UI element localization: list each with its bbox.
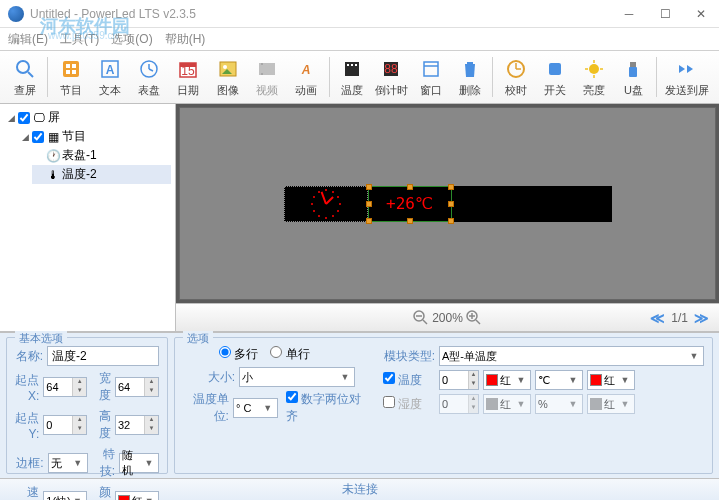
program-checkbox[interactable] (32, 131, 44, 143)
temp-offset-spinner[interactable]: ▲▼ (439, 370, 479, 390)
svg-text:A: A (106, 63, 115, 77)
align-digits-checkbox[interactable]: 数字两位对齐 (286, 391, 363, 425)
svg-rect-29 (467, 62, 473, 64)
svg-line-1 (28, 72, 33, 77)
svg-text:15: 15 (182, 64, 196, 78)
temperature-icon (340, 57, 364, 81)
svg-line-11 (149, 69, 153, 71)
clock-segment[interactable] (284, 186, 368, 222)
video-button[interactable]: 视频 (248, 52, 285, 102)
svg-rect-4 (72, 64, 76, 68)
temp-unit-combo[interactable]: ℃▼ (535, 370, 583, 390)
switch-button[interactable]: 开关 (536, 52, 573, 102)
startx-spinner[interactable]: ▲▼ (43, 377, 87, 397)
tree-temp[interactable]: 🌡 温度-2 (32, 165, 171, 184)
zoom-in-button[interactable] (465, 309, 483, 327)
svg-rect-23 (351, 64, 353, 66)
svg-rect-24 (355, 64, 357, 66)
svg-rect-39 (630, 62, 636, 67)
minimize-button[interactable]: ─ (619, 4, 639, 24)
color-combo[interactable]: 红▼ (115, 491, 159, 500)
brightness-button[interactable]: 亮度 (576, 52, 613, 102)
svg-point-34 (589, 64, 599, 74)
temp-segment[interactable]: +26℃ (368, 186, 452, 222)
tree-dial[interactable]: 🕐 表盘-1 (32, 146, 171, 165)
expander-icon[interactable]: ◢ (20, 132, 30, 142)
singleline-radio[interactable]: 单行 (270, 346, 309, 363)
temp-node-icon: 🌡 (46, 169, 60, 181)
humid-color2-combo[interactable]: 红▼ (587, 394, 635, 414)
width-spinner[interactable]: ▲▼ (115, 377, 159, 397)
toolbar: 查屏 节目 A文本 表盘 15日期 图像 视频 A动画 温度 88倒计时 窗口 … (0, 50, 719, 104)
name-input[interactable] (47, 346, 159, 366)
svg-rect-6 (72, 70, 76, 74)
temperature-button[interactable]: 温度 (334, 52, 371, 102)
countdown-button[interactable]: 88倒计时 (373, 52, 410, 102)
program-button[interactable]: 节目 (52, 52, 89, 102)
svg-rect-3 (66, 64, 70, 68)
tree-program[interactable]: ◢ ▦ 节目 (18, 127, 171, 146)
speed-combo[interactable]: 1(快)▼ (43, 491, 87, 500)
temp-color2-combo[interactable]: 红▼ (587, 370, 635, 390)
app-logo-icon (8, 6, 24, 22)
send-button[interactable]: 发送到屏 (661, 52, 713, 102)
clock-icon (137, 57, 161, 81)
menu-help[interactable]: 帮助(H) (165, 31, 206, 48)
close-button[interactable]: ✕ (691, 4, 711, 24)
expander-icon[interactable]: ◢ (6, 113, 16, 123)
dial-button[interactable]: 表盘 (131, 52, 168, 102)
humid-checkbox[interactable]: 湿度 (383, 396, 435, 413)
module-combo[interactable]: A型-单温度▼ (439, 346, 704, 366)
text-button[interactable]: A文本 (91, 52, 128, 102)
screen-icon: 🖵 (32, 112, 46, 124)
maximize-button[interactable]: ☐ (655, 4, 675, 24)
canvas-view[interactable]: +26℃ (179, 107, 716, 300)
next-page-button[interactable]: ≫ (694, 310, 709, 326)
svg-line-43 (423, 320, 427, 324)
options-box: 选项 多行 单行 大小: 小▼ 温度单位: ° C▼ 数字两位对齐 (174, 337, 713, 474)
zoom-out-button[interactable] (412, 309, 430, 327)
temp-color-combo[interactable]: 红▼ (483, 370, 531, 390)
connection-status: 未连接 (342, 481, 378, 498)
root-checkbox[interactable] (18, 112, 30, 124)
animation-icon: A (294, 57, 318, 81)
tree-root[interactable]: ◢ 🖵 屏 (4, 108, 171, 127)
timing-button[interactable]: 校时 (497, 52, 534, 102)
svg-point-16 (223, 65, 227, 69)
canvas-bottom-bar: 200% ≪ 1/1 ≫ (176, 303, 719, 331)
prev-page-button[interactable]: ≪ (650, 310, 665, 326)
usb-icon (621, 57, 645, 81)
window-button[interactable]: 窗口 (412, 52, 449, 102)
date-button[interactable]: 15日期 (170, 52, 207, 102)
led-display: +26℃ (284, 186, 612, 222)
humid-unit-combo[interactable]: %▼ (535, 394, 583, 414)
starty-spinner[interactable]: ▲▼ (43, 415, 87, 435)
animation-button[interactable]: A动画 (287, 52, 324, 102)
temp-checkbox[interactable]: 温度 (383, 372, 435, 389)
tempunit-combo[interactable]: ° C▼ (233, 398, 278, 418)
svg-text:88: 88 (385, 62, 399, 76)
canvas-area: +26℃ 200% ≪ 1/1 ≫ (176, 104, 719, 331)
delete-button[interactable]: 删除 (451, 52, 488, 102)
svg-rect-40 (629, 67, 637, 77)
svg-rect-33 (549, 63, 561, 75)
border-combo[interactable]: 无▼ (48, 453, 88, 473)
multiline-radio[interactable]: 多行 (219, 346, 258, 363)
trash-icon (458, 57, 482, 81)
sun-icon (582, 57, 606, 81)
tree-panel: ◢ 🖵 屏 ◢ ▦ 节目 🕐 表盘-1 🌡 温度- (0, 104, 176, 331)
empty-segment (452, 186, 612, 222)
size-combo[interactable]: 小▼ (239, 367, 355, 387)
svg-point-0 (17, 61, 29, 73)
humid-color-combo[interactable]: 红▼ (483, 394, 531, 414)
effect-combo[interactable]: 随机▼ (119, 453, 159, 473)
udisk-button[interactable]: U盘 (615, 52, 652, 102)
height-spinner[interactable]: ▲▼ (115, 415, 159, 435)
humid-offset-spinner[interactable]: ▲▼ (439, 394, 479, 414)
svg-rect-27 (424, 62, 438, 76)
analog-clock-icon (311, 189, 341, 219)
image-button[interactable]: 图像 (209, 52, 246, 102)
find-screen-button[interactable]: 查屏 (6, 52, 43, 102)
image-icon (216, 57, 240, 81)
zoom-level: 200% (432, 311, 463, 325)
